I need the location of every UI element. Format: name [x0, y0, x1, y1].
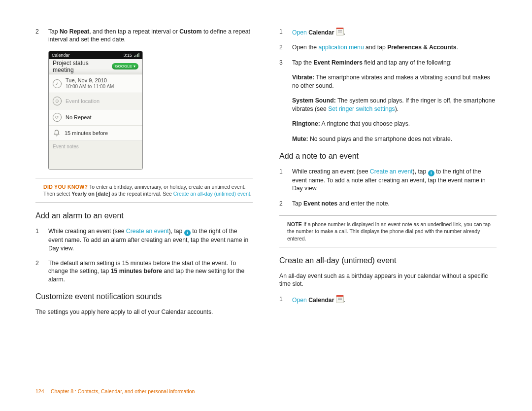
did-you-know-callout: DID YOU KNOW? To enter a birthday, anniv…: [35, 178, 253, 203]
link-ringer-settings[interactable]: Set ringer switch settings: [328, 105, 395, 112]
step-open-app-menu: 2 Open the application menu and tap Pref…: [279, 43, 497, 51]
alarm-value: 15 minutes before: [65, 130, 108, 137]
callout-lead: NOTE: [287, 221, 302, 227]
text: Tap: [292, 200, 303, 207]
phone-row-location: ⊙ Event location: [49, 93, 142, 109]
phone-row-repeat: ⟳ No Repeat: [49, 109, 142, 126]
phone-row-alarm: 15 minutes before: [49, 126, 142, 141]
text: No sound plays and the smartphone does n…: [308, 136, 453, 142]
info-icon: i: [184, 230, 191, 236]
text: A ringtone that you choose plays.: [320, 120, 410, 127]
text-bold: Calendar: [308, 29, 334, 36]
heading-add-note: Add a note to an event: [279, 152, 497, 161]
heading-all-day-event: Create an all-day (untimed) event: [279, 256, 497, 265]
text-bold: No Repeat: [60, 28, 89, 35]
statusbar-time: 3:15: [123, 53, 132, 58]
heading-notification-sounds: Customize event notification sounds: [35, 292, 253, 301]
pill-label: GOOGLE: [115, 64, 132, 68]
text-bold: System Sound:: [292, 97, 336, 104]
footer-chapter: Chapter 8 : Contacts, Calendar, and othe…: [51, 388, 195, 394]
text: ), tap: [169, 228, 184, 235]
step-number: 1: [279, 28, 292, 36]
time-line: 10:00 AM to 11:00 AM: [66, 84, 114, 90]
location-placeholder: Event location: [66, 98, 100, 104]
text: field and tap any of the following:: [363, 59, 452, 66]
step-number: 3: [279, 59, 292, 67]
calendar-icon: [336, 28, 344, 35]
note-callout: NOTE If a phone number is displayed in a…: [279, 215, 497, 247]
clock-icon: ✓: [53, 79, 62, 88]
step-open-calendar-2: 1 Open Calendar .: [279, 295, 497, 304]
step-number: 2: [279, 43, 292, 51]
step-number: 1: [35, 227, 48, 252]
link-create-event[interactable]: Create an event: [126, 228, 169, 235]
text: ).: [395, 105, 399, 112]
event-title: Project status meeting: [53, 60, 109, 73]
step-event-reminders: 3 Tap the Event Reminders field and tap …: [279, 59, 497, 67]
step-note-1: 1 While creating an event (see Create an…: [279, 168, 497, 193]
phone-notes-area: Event notes: [49, 141, 142, 170]
chevron-down-icon: ▾: [133, 64, 135, 68]
notes-placeholder: Event notes: [53, 144, 79, 149]
callout-lead: DID YOU KNOW?: [43, 184, 88, 190]
step-alarm-1: 1 While creating an event (see Create an…: [35, 227, 253, 252]
account-pill: GOOGLE ▾: [112, 63, 138, 69]
text-bold: Event Reminders: [313, 59, 363, 66]
step-number: 2: [35, 28, 48, 44]
text: and enter the note.: [337, 200, 390, 207]
bell-icon: [53, 129, 61, 137]
text: , and then tap a repeat interval or: [89, 28, 179, 35]
step-note-2: 2 Tap Event notes and enter the note.: [279, 200, 497, 207]
page-number: 124: [35, 388, 49, 394]
option-mute: Mute: No sound plays and the smartphone …: [292, 135, 497, 143]
link-open[interactable]: Open: [292, 29, 307, 36]
text-bold: Calendar: [308, 297, 334, 304]
step-alarm-2: 2 The default alarm setting is 15 minute…: [35, 259, 253, 283]
link-all-day-event[interactable]: Create an all-day (untimed) event: [173, 191, 250, 197]
signal-icon: [134, 53, 139, 57]
text-bold: 15 minutes before: [111, 268, 162, 274]
step-number: 2: [35, 259, 48, 283]
location-icon: ⊙: [53, 97, 62, 105]
repeat-icon: ⟳: [53, 113, 62, 122]
text: While creating an event (see: [292, 168, 370, 175]
step-open-calendar-1: 1 Open Calendar .: [279, 28, 497, 36]
text: While creating an event (see: [48, 228, 126, 235]
option-ringtone: Ringtone: A ringtone that you choose pla…: [292, 120, 497, 128]
link-app-menu[interactable]: application menu: [319, 44, 364, 51]
calendar-icon: [336, 295, 344, 303]
sounds-intro: The settings you apply here apply to all…: [35, 308, 253, 316]
repeat-value: No Repeat: [66, 114, 92, 121]
text-bold: Preferences & Accounts: [387, 44, 456, 51]
text: If a phone number is displayed in an eve…: [287, 221, 491, 241]
heading-add-alarm: Add an alarm to an event: [35, 211, 253, 220]
text-bold: Mute:: [292, 136, 308, 142]
left-column: 2 Tap No Repeat, and then tap a repeat i…: [35, 28, 253, 323]
phone-screenshot: Calendar 3:15 Project status meeting GOO…: [48, 51, 143, 170]
text: The smartphone vibrates and makes a vibr…: [292, 74, 490, 89]
step-number: 1: [279, 168, 292, 193]
text: .: [250, 191, 252, 197]
info-icon: i: [428, 170, 434, 176]
text-bold: Custom: [179, 28, 201, 35]
text: ), tap: [413, 168, 428, 175]
right-column: 1 Open Calendar . 2 Open the application…: [279, 28, 497, 323]
text-bold: Ringtone:: [292, 120, 320, 127]
text-bold: Yearly on [date]: [71, 191, 110, 197]
option-system-sound: System Sound: The system sound plays. If…: [292, 97, 497, 113]
step-body: Tap No Repeat, and then tap a repeat int…: [48, 28, 253, 44]
link-open[interactable]: Open: [292, 297, 307, 304]
text: Open the: [292, 44, 319, 51]
allday-intro: An all-day event such as a birthday appe…: [279, 272, 497, 288]
document-page: 2 Tap No Repeat, and then tap a repeat i…: [0, 0, 532, 411]
link-create-event[interactable]: Create an event: [370, 168, 413, 175]
text: Tap: [48, 28, 60, 35]
text-bold: Event notes: [303, 200, 337, 207]
step-repeat-interval: 2 Tap No Repeat, and then tap a repeat i…: [35, 28, 253, 44]
phone-statusbar: Calendar 3:15: [49, 51, 142, 59]
text: as the repeat interval. See: [110, 191, 173, 197]
option-vibrate: Vibrate: The smartphone vibrates and mak…: [292, 73, 497, 90]
step-number: 1: [279, 295, 292, 304]
text-bold: Vibrate:: [292, 74, 314, 81]
phone-row-datetime: ✓ Tue, Nov 9, 2010 10:00 AM to 11:00 AM: [49, 74, 142, 93]
